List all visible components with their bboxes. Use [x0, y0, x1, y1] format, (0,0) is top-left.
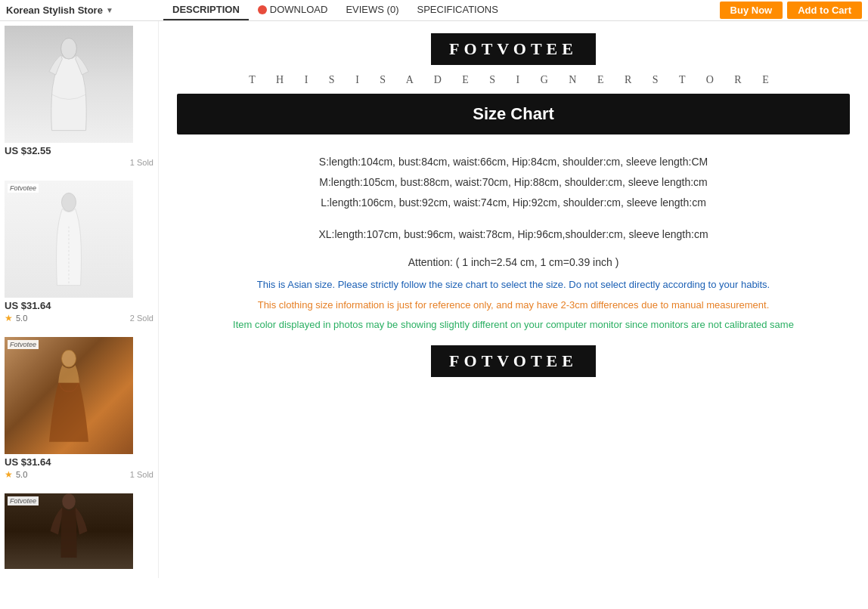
product-rating-row: ★ 5.0 2 Sold — [5, 313, 153, 323]
brand-logo-top: FOTVOTEE — [177, 33, 850, 65]
dress-svg-2 — [39, 190, 99, 289]
list-item[interactable]: Fotvotee — [0, 489, 158, 572]
product-tabs: DESCRIPTION DOWNLOAD EVIEWS (0) SPECIFIC… — [163, 0, 507, 20]
tab-reviews[interactable]: EVIEWS (0) — [336, 0, 408, 20]
top-navigation: Korean Stylish Store ▼ DESCRIPTION DOWNL… — [0, 0, 868, 21]
product-rating-row: 1 Sold — [5, 158, 153, 167]
tab-download[interactable]: DOWNLOAD — [249, 0, 337, 20]
product-image: Fotvotee — [5, 493, 133, 569]
main-layout: US $32.55 1 Sold Fotvotee US $31.64 ★ 5.… — [0, 21, 868, 578]
add-to-cart-button[interactable]: Add to Cart — [787, 2, 862, 19]
sold-count: 1 Sold — [130, 470, 153, 479]
brand-logo-box-top: FOTVOTEE — [431, 33, 596, 65]
size-xl: XL:length:107cm, bust:96cm, waist:78cm, … — [177, 225, 850, 244]
product-image: Fotvotee — [5, 337, 133, 454]
notice-measurement: This clothing size information is just f… — [177, 298, 850, 314]
size-m: M:length:105cm, bust:88cm, waist:70cm, H… — [177, 173, 850, 192]
product-rating-row: ★ 5.0 1 Sold — [5, 469, 153, 480]
list-item[interactable]: US $32.55 1 Sold — [0, 21, 158, 170]
product-price: US $31.64 — [5, 300, 153, 311]
list-item[interactable]: Fotvotee US $31.64 ★ 5.0 1 Sold — [0, 332, 158, 483]
notice-asian-size: This is Asian size. Please strictly foll… — [177, 277, 850, 293]
sold-count: 1 Sold — [130, 158, 153, 167]
size-l: L:length:106cm, bust:92cm, waist:74cm, H… — [177, 193, 850, 212]
list-item[interactable]: Fotvotee US $31.64 ★ 5.0 2 Sold — [0, 176, 158, 326]
svg-point-4 — [62, 493, 76, 509]
product-image: Fotvotee — [5, 181, 133, 298]
rating-value: 5.0 — [16, 314, 27, 323]
sold-count: 2 Sold — [130, 314, 153, 323]
star-icon: ★ — [5, 313, 13, 323]
brand-logo-box-bottom: FOTVOTEE — [431, 345, 596, 377]
dress-svg-4 — [42, 493, 95, 569]
product-price: US $31.64 — [5, 456, 153, 468]
notice-color: Item color displayed in photos may be sh… — [177, 317, 850, 333]
designer-store-text: T H I S I S A D E S I G N E R S T O R E — [177, 74, 850, 86]
fotvotee-badge: Fotvotee — [8, 184, 39, 193]
tab-description[interactable]: DESCRIPTION — [163, 0, 249, 20]
brand-logo-bottom: FOTVOTEE — [177, 345, 850, 377]
chevron-down-icon: ▼ — [106, 6, 113, 14]
product-price: US $32.55 — [5, 145, 153, 156]
size-s: S:length:104cm, bust:84cm, waist:66cm, H… — [177, 153, 850, 172]
main-content: FOTVOTEE T H I S I S A D E S I G N E R S… — [159, 21, 868, 578]
svg-point-1 — [61, 193, 76, 211]
buy-now-button[interactable]: Buy Now — [720, 2, 783, 19]
size-chart-header: Size Chart — [177, 94, 850, 134]
fotvotee-badge: Fotvotee — [8, 340, 39, 349]
size-chart-content: S:length:104cm, bust:84cm, waist:66cm, H… — [177, 153, 850, 213]
dress-svg-1 — [39, 36, 99, 134]
store-name-dropdown[interactable]: Korean Stylish Store ▼ — [6, 5, 157, 16]
product-image — [5, 26, 133, 143]
download-indicator-icon — [258, 5, 267, 14]
tab-specifications[interactable]: SPECIFICATIONS — [408, 0, 507, 20]
store-name-label: Korean Stylish Store — [6, 5, 103, 16]
action-buttons: Buy Now Add to Cart — [720, 2, 862, 19]
size-xl-content: XL:length:107cm, bust:96cm, waist:78cm, … — [177, 225, 850, 244]
svg-point-0 — [61, 38, 77, 59]
fotvotee-badge: Fotvotee — [8, 496, 39, 505]
star-icon: ★ — [5, 469, 13, 480]
sidebar: US $32.55 1 Sold Fotvotee US $31.64 ★ 5.… — [0, 21, 159, 578]
dress-svg-3 — [39, 347, 99, 445]
rating-value: 5.0 — [16, 470, 27, 479]
attention-text: Attention: ( 1 inch=2.54 cm, 1 cm=0.39 i… — [177, 256, 850, 268]
svg-point-3 — [61, 350, 76, 367]
